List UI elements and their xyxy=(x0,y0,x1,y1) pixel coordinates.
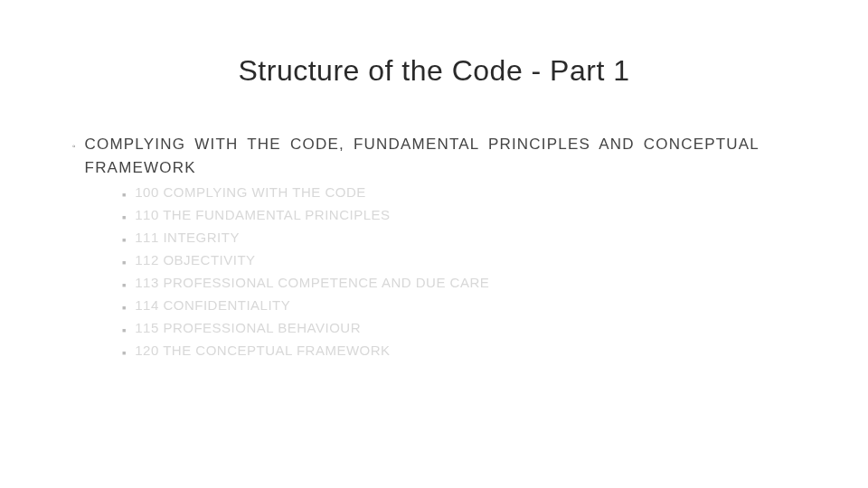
sub-item-label: 114 CONFIDENTIALITY xyxy=(135,297,290,313)
sub-item-label: 100 COMPLYING WITH THE CODE xyxy=(135,184,366,200)
main-item-label: COMPLYING WITH THE CODE, FUNDAMENTAL PRI… xyxy=(85,133,760,179)
list-item: ■ 112 OBJECTIVITY xyxy=(122,252,760,271)
circle-bullet-icon: ◦ xyxy=(72,137,76,155)
sub-item-label: 120 THE CONCEPTUAL FRAMEWORK xyxy=(135,343,390,358)
sub-item-label: 113 PROFESSIONAL COMPETENCE AND DUE CARE xyxy=(135,275,489,290)
square-bullet-icon: ■ xyxy=(122,300,126,316)
list-item: ■ 114 CONFIDENTIALITY xyxy=(122,297,760,316)
list-item: ■ 113 PROFESSIONAL COMPETENCE AND DUE CA… xyxy=(122,275,760,294)
square-bullet-icon: ■ xyxy=(122,210,126,226)
list-item: ■ 110 THE FUNDAMENTAL PRINCIPLES xyxy=(122,207,760,226)
page-title: Structure of the Code - Part 1 xyxy=(72,54,796,88)
content-block: ◦ COMPLYING WITH THE CODE, FUNDAMENTAL P… xyxy=(72,133,796,361)
list-item: ■ 115 PROFESSIONAL BEHAVIOUR xyxy=(122,320,760,339)
slide: Structure of the Code - Part 1 ◦ COMPLYI… xyxy=(0,0,868,488)
sub-list: ■ 100 COMPLYING WITH THE CODE ■ 110 THE … xyxy=(72,184,760,361)
list-item: ■ 100 COMPLYING WITH THE CODE xyxy=(122,184,760,203)
square-bullet-icon: ■ xyxy=(122,323,126,339)
square-bullet-icon: ■ xyxy=(122,255,126,271)
sub-item-label: 110 THE FUNDAMENTAL PRINCIPLES xyxy=(135,207,390,222)
list-item: ■ 120 THE CONCEPTUAL FRAMEWORK xyxy=(122,343,760,361)
sub-item-label: 111 INTEGRITY xyxy=(135,230,240,245)
square-bullet-icon: ■ xyxy=(122,277,126,294)
square-bullet-icon: ■ xyxy=(122,187,126,203)
sub-item-label: 112 OBJECTIVITY xyxy=(135,252,255,267)
square-bullet-icon: ■ xyxy=(122,232,126,249)
sub-item-label: 115 PROFESSIONAL BEHAVIOUR xyxy=(135,320,361,335)
list-item-main: ◦ COMPLYING WITH THE CODE, FUNDAMENTAL P… xyxy=(72,133,760,179)
list-item: ■ 111 INTEGRITY xyxy=(122,230,760,249)
square-bullet-icon: ■ xyxy=(122,345,126,361)
